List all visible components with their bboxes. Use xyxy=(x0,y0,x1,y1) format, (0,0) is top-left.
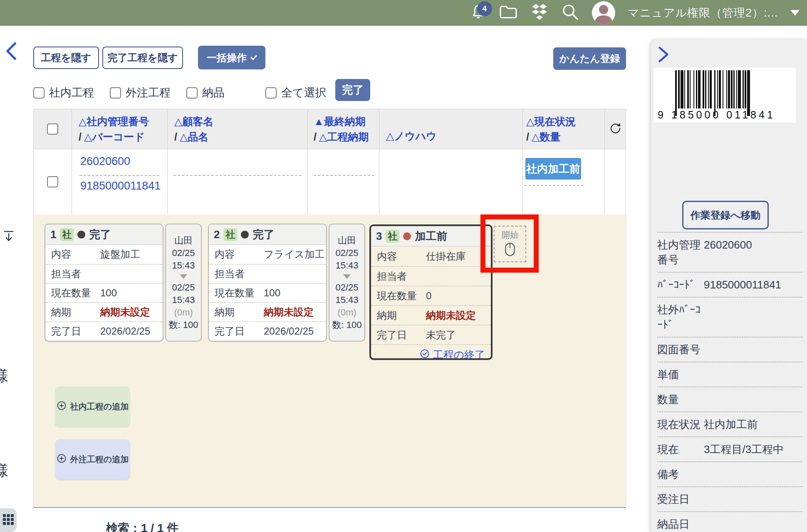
filter-row: 社内工程 外注工程 納品 全て選択 xyxy=(33,85,327,101)
sidebar-field-label: 備考 xyxy=(657,467,704,482)
sidebar-field-row: 現在3工程目/3工程中 xyxy=(657,436,803,461)
sidebar-field-label: 現在状況 xyxy=(657,417,704,432)
sidebar-field-row: 備考 xyxy=(657,461,803,486)
internal-type-badge: 社 xyxy=(386,230,399,243)
folder-icon xyxy=(499,4,518,22)
sidebar-field-label: 受注日 xyxy=(657,492,704,507)
filter-delivery[interactable]: 納品 xyxy=(186,85,225,100)
select-all-checkbox[interactable] xyxy=(265,87,277,99)
dropbox-button[interactable] xyxy=(530,3,549,22)
notification-badge: 4 xyxy=(477,1,492,16)
collapse-sidebar-button[interactable] xyxy=(656,46,671,65)
filter-outsourced[interactable]: 外注工程 xyxy=(110,85,171,100)
timeline-strip-1: 山田 02/25 15:43 02/25 15:43 (0m) 数: 100 xyxy=(165,224,202,342)
detail-sidebar: 9 185000 011841 作業登録へ移動 社内管理番号26020600ﾊﾞ… xyxy=(651,39,807,532)
detail-fields: 社内管理番号26020600ﾊﾞｰｺｰﾄﾞ9185000011841社外ﾊﾞｰｺ… xyxy=(657,232,803,532)
refresh-button[interactable] xyxy=(605,109,626,149)
table-row[interactable]: 26020600 9185000011841 社内加工前 xyxy=(33,149,626,214)
search-button[interactable] xyxy=(561,3,579,23)
sidebar-field-value: 9185000011841 xyxy=(704,277,803,292)
table-header: △社内管理番号 /△バーコード △顧客名 /△品名 ▲最終納期 /△工程納期 △… xyxy=(33,109,626,149)
sidebar-field-label: 納品日 xyxy=(657,517,704,532)
outsourced-checkbox[interactable] xyxy=(110,87,121,99)
sidebar-field-value: 3工程目/3工程中 xyxy=(704,442,803,457)
filter-select-all[interactable]: 全て選択 xyxy=(265,85,327,100)
start-button[interactable]: 開始 xyxy=(494,226,526,262)
sidebar-field-row: 社外ﾊﾞｰｺｰﾄﾞ xyxy=(657,297,803,337)
user-menu-label[interactable]: マニュアル権限（管理2）:... xyxy=(628,5,778,20)
internal-type-badge: 社 xyxy=(60,228,74,241)
col-customer[interactable]: △顧客名 /△品名 xyxy=(168,109,308,149)
barcode-link[interactable]: 9185000011841 xyxy=(80,179,162,193)
page: 4 xyxy=(0,0,807,532)
delivery-checkbox[interactable] xyxy=(186,87,198,99)
col-knowhow[interactable]: △ノウハウ xyxy=(379,109,523,149)
user-menu-caret-icon[interactable] xyxy=(790,10,800,16)
back-button[interactable] xyxy=(4,42,18,62)
grid-icon xyxy=(2,514,14,527)
sidebar-field-row: ﾊﾞｰｺｰﾄﾞ9185000011841 xyxy=(657,272,803,297)
sidebar-field-label: 社外ﾊﾞｰｺｰﾄﾞ xyxy=(657,302,704,332)
scroll-to-bottom-icon[interactable] xyxy=(2,230,15,244)
sidebar-field-label: 現在 xyxy=(657,442,704,457)
customer-sama-label-2: 様 xyxy=(0,461,8,481)
bulk-action-button[interactable]: 一括操作 xyxy=(198,46,265,69)
search-result-count: 検索：1 / 1 件 xyxy=(106,520,178,532)
col-manage-no[interactable]: △社内管理番号 /△バーコード xyxy=(72,109,168,149)
avatar[interactable] xyxy=(592,1,615,25)
plus-circle-icon xyxy=(57,453,67,466)
notifications-button[interactable]: 4 xyxy=(470,4,486,22)
sidebar-field-row: 社内管理番号26020600 xyxy=(657,232,803,272)
status-dot xyxy=(241,231,249,239)
sidebar-field-value xyxy=(704,367,803,382)
move-to-work-register-button[interactable]: 作業登録へ移動 xyxy=(682,201,769,229)
barcode-image: 9 185000 011841 xyxy=(654,68,796,123)
arrow-down-icon xyxy=(343,274,351,279)
arrow-down-icon xyxy=(180,274,187,279)
status-dot xyxy=(403,232,411,240)
sidebar-field-value xyxy=(704,342,803,357)
internal-checkbox[interactable] xyxy=(33,87,45,99)
mouse-icon xyxy=(505,242,515,259)
sidebar-field-label: 社内管理番号 xyxy=(657,237,704,267)
process-card-1[interactable]: 1 社 完了 内容旋盤加工 担当者 現在数量100 納期納期未設定 完了日202… xyxy=(45,224,163,342)
internal-type-badge: 社 xyxy=(223,228,237,241)
quick-register-button[interactable]: かんたん登録 xyxy=(553,47,626,70)
manage-no-link[interactable]: 26020600 xyxy=(80,155,167,168)
status-dot xyxy=(77,231,85,239)
sidebar-field-value: 26020600 xyxy=(704,237,803,267)
sidebar-field-label: 単価 xyxy=(657,367,704,382)
sidebar-field-row: 数量 xyxy=(657,387,803,411)
sidebar-field-row: 納品日 xyxy=(657,511,803,532)
search-icon xyxy=(561,3,579,23)
sidebar-field-label: 数量 xyxy=(657,392,704,407)
customer-sama-label-1: 様 xyxy=(0,366,8,386)
refresh-icon xyxy=(609,122,622,137)
sidebar-field-value xyxy=(704,467,803,482)
orders-table: △社内管理番号 /△バーコード △顧客名 /△品名 ▲最終納期 /△工程納期 △… xyxy=(33,109,626,214)
sidebar-field-value xyxy=(704,492,803,507)
sidebar-field-label: 図面番号 xyxy=(657,342,704,357)
row-checkbox[interactable] xyxy=(47,176,58,187)
sidebar-field-value: 社内加工前 xyxy=(704,417,803,432)
complete-button[interactable]: 完了 xyxy=(335,79,370,101)
sidebar-field-row: 単価 xyxy=(657,362,803,387)
header-checkbox[interactable] xyxy=(47,123,58,135)
filter-internal[interactable]: 社内工程 xyxy=(33,85,94,100)
folder-button[interactable] xyxy=(499,4,518,22)
add-outsourced-process-button[interactable]: 外注工程の追加 xyxy=(55,439,130,480)
barcode-digits: 9 185000 011841 xyxy=(658,109,775,121)
dropbox-icon xyxy=(530,3,549,22)
sidebar-field-value xyxy=(704,302,803,332)
chevron-down-icon xyxy=(250,53,257,60)
col-status[interactable]: △現在状況 /△数量 xyxy=(523,109,605,149)
end-process-link[interactable]: 工程の終了 xyxy=(371,344,491,360)
process-card-2[interactable]: 2 社 完了 内容フライス加工 担当者 現在数量100 納期納期未設定 完了日2… xyxy=(208,224,327,342)
hide-completed-steps-button[interactable]: 完了工程を隠す xyxy=(102,47,183,69)
process-card-3[interactable]: 3 社 加工前 内容仕掛在庫 担当者 現在数量0 納期納期未設定 完了日未完了 … xyxy=(369,224,493,360)
col-due-date[interactable]: ▲最終納期 /△工程納期 xyxy=(308,109,379,149)
add-internal-process-button[interactable]: 社内工程の追加 xyxy=(55,387,130,427)
drag-handle[interactable] xyxy=(0,508,17,532)
sidebar-field-value xyxy=(704,392,803,407)
hide-steps-button[interactable]: 工程を隠す xyxy=(33,47,99,69)
